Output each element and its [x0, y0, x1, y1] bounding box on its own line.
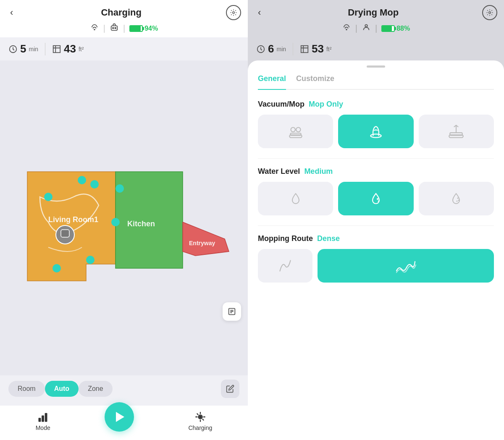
- svg-rect-2: [111, 26, 118, 30]
- right-stats: 6 min 53 ft²: [248, 37, 504, 60]
- divider-route: [258, 225, 494, 226]
- bottom-nav: Mode Charging: [0, 406, 248, 440]
- left-panel: ‹ Charging |: [0, 0, 248, 440]
- svg-point-4: [115, 27, 116, 29]
- left-area-value: 43: [64, 42, 76, 55]
- divider-2: |: [123, 24, 125, 33]
- tab-row: General Customize: [258, 74, 494, 90]
- svg-text:Entryway: Entryway: [189, 240, 215, 246]
- mopping-route-label: Mopping Route Dense: [258, 234, 494, 243]
- left-time-stat: 5 min: [8, 42, 38, 55]
- vacuum-only-button[interactable]: [258, 115, 333, 148]
- left-back-button[interactable]: ‹: [7, 5, 16, 20]
- settings-sheet: General Customize Vacuum/Mop Mop Only: [248, 60, 504, 440]
- svg-point-45: [457, 198, 459, 199]
- combo-button[interactable]: [419, 115, 494, 148]
- svg-point-46: [458, 200, 459, 201]
- left-settings-button[interactable]: [226, 5, 241, 20]
- left-stats: 5 min 43 ft²: [0, 37, 248, 60]
- right-divider-2: |: [375, 24, 377, 33]
- edit-map-button[interactable]: [221, 380, 239, 398]
- water-level-value: Medium: [304, 167, 333, 176]
- svg-point-38: [291, 128, 295, 132]
- tab-general[interactable]: General: [258, 74, 286, 90]
- right-status-row: | | 88%: [342, 23, 410, 34]
- play-button[interactable]: [105, 402, 134, 432]
- svg-point-40: [370, 134, 381, 137]
- tab-customize[interactable]: Customize: [296, 74, 334, 86]
- svg-text:Kitchen: Kitchen: [127, 220, 155, 228]
- svg-point-21: [116, 184, 124, 193]
- left-title: Charging: [101, 7, 142, 18]
- mop-only-button[interactable]: [338, 115, 413, 148]
- mode-nav-label: Mode: [36, 424, 50, 431]
- auto-mode-button[interactable]: Auto: [45, 381, 79, 397]
- water-high-button[interactable]: [419, 182, 494, 215]
- right-battery-pct: 88%: [396, 25, 410, 32]
- left-status-row: | | 94%: [90, 23, 158, 34]
- route-dense-button[interactable]: [318, 249, 494, 283]
- svg-marker-9: [183, 222, 229, 256]
- zone-mode-button[interactable]: Zone: [79, 381, 112, 397]
- svg-point-15: [90, 180, 99, 189]
- svg-point-47: [457, 201, 458, 202]
- water-medium-button[interactable]: [338, 182, 413, 215]
- right-time-value: 6: [268, 42, 274, 55]
- svg-marker-7: [27, 172, 116, 281]
- svg-point-20: [86, 256, 94, 264]
- mode-nav-item[interactable]: Mode: [36, 411, 50, 431]
- right-battery: 88%: [381, 25, 410, 32]
- right-title: Drying Mop: [348, 7, 399, 18]
- left-area-unit: ft²: [79, 46, 84, 52]
- water-low-button[interactable]: [258, 182, 333, 215]
- svg-rect-6: [53, 45, 60, 52]
- svg-point-18: [78, 176, 86, 184]
- right-time-unit: min: [276, 46, 286, 52]
- right-signal-icon: [342, 23, 351, 34]
- left-battery: 94%: [129, 25, 158, 32]
- route-light-button[interactable]: [258, 249, 312, 283]
- sheet-handle: [367, 65, 385, 68]
- svg-point-1: [94, 29, 95, 30]
- right-area-stat: 53 ft²: [300, 42, 331, 55]
- right-header: ‹ Drying Mop |: [248, 0, 504, 37]
- svg-point-43: [377, 198, 378, 200]
- left-battery-pct: 94%: [144, 25, 158, 32]
- bottom-controls: Room Auto Zone: [0, 375, 248, 406]
- divider-1: |: [103, 24, 105, 33]
- right-settings-button[interactable]: [482, 5, 497, 20]
- play-icon: [116, 412, 124, 422]
- svg-point-0: [233, 12, 235, 14]
- svg-rect-35: [301, 45, 308, 52]
- svg-rect-28: [45, 413, 47, 422]
- charging-nav-label: Charging: [188, 424, 212, 431]
- right-back-button[interactable]: ‹: [255, 5, 264, 20]
- signal-icon: [90, 23, 99, 34]
- mopping-route-options: [258, 249, 494, 283]
- svg-point-33: [365, 25, 368, 27]
- room-mode-button[interactable]: Room: [8, 381, 45, 397]
- left-time-value: 5: [20, 42, 26, 55]
- mopping-route-value: Dense: [317, 234, 340, 243]
- right-area-unit: ft²: [326, 46, 331, 52]
- mode-selector: Room Auto Zone: [8, 380, 239, 398]
- left-header-top: ‹ Charging: [7, 5, 241, 20]
- right-divider-1: |: [355, 24, 357, 33]
- floor-map: Living Room1 Kitchen Entryway: [15, 138, 233, 298]
- right-time-stat: 6 min: [256, 42, 286, 55]
- divider-water: [258, 158, 494, 159]
- vacuum-mop-value: Mop Only: [309, 100, 343, 109]
- right-robot-icon: [362, 23, 371, 34]
- vacuum-mop-label: Vacuum/Mop Mop Only: [258, 100, 494, 109]
- svg-rect-42: [450, 133, 462, 135]
- left-area-stat: 43 ft²: [52, 42, 84, 55]
- map-list-button[interactable]: [223, 302, 241, 321]
- svg-rect-27: [42, 416, 44, 422]
- svg-point-30: [200, 416, 202, 418]
- left-header: ‹ Charging |: [0, 0, 248, 37]
- water-level-options: [258, 182, 494, 215]
- robot-icon: [110, 23, 119, 34]
- charging-nav-item[interactable]: Charging: [188, 411, 212, 431]
- svg-rect-37: [290, 133, 301, 135]
- svg-point-39: [296, 128, 301, 132]
